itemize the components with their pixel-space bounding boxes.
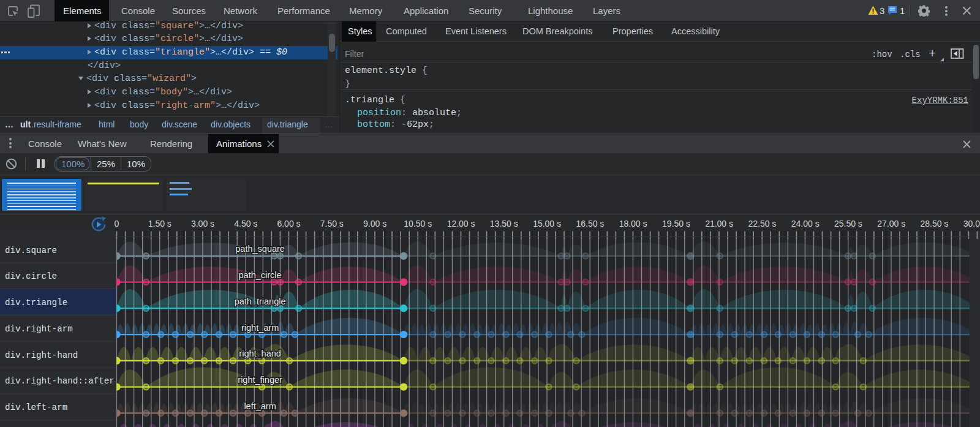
svg-text:27.00 s: 27.00 s (877, 219, 905, 229)
svg-text:path_circle: path_circle (239, 270, 282, 280)
svg-text:div.square: div.square (5, 246, 57, 255)
svg-text:right_finger: right_finger (238, 375, 282, 385)
svg-text:25.50 s: 25.50 s (834, 219, 862, 229)
svg-text:9.00 s: 9.00 s (363, 219, 386, 229)
svg-text:path_triangle: path_triangle (235, 297, 286, 306)
svg-text:1.50 s: 1.50 s (148, 219, 172, 229)
svg-text:10.50 s: 10.50 s (404, 219, 432, 229)
svg-text:12.00 s: 12.00 s (447, 219, 475, 229)
svg-text:22.50 s: 22.50 s (748, 219, 776, 229)
svg-text:path_square: path_square (235, 244, 285, 254)
svg-text:div.right-hand::after: div.right-hand::after (5, 376, 115, 386)
svg-text:16.50 s: 16.50 s (576, 219, 604, 229)
svg-text:left_arm: left_arm (244, 401, 276, 411)
svg-text:18.00 s: 18.00 s (619, 219, 647, 229)
svg-text:right_hand: right_hand (239, 349, 281, 358)
svg-text:21.00 s: 21.00 s (705, 219, 733, 229)
svg-text:30.00 s: 30.00 s (963, 219, 980, 229)
svg-text:div.circle: div.circle (5, 271, 57, 281)
svg-text:13.50 s: 13.50 s (490, 219, 518, 229)
svg-text:19.50 s: 19.50 s (662, 219, 690, 229)
svg-text:6.00 s: 6.00 s (277, 219, 300, 229)
svg-text:div.triangle: div.triangle (5, 298, 67, 308)
svg-text:3.00 s: 3.00 s (191, 219, 214, 229)
svg-text:div.left-arm: div.left-arm (5, 402, 67, 412)
svg-text:15.00 s: 15.00 s (533, 219, 561, 229)
svg-text:24.00 s: 24.00 s (791, 219, 820, 229)
svg-text:28.50 s: 28.50 s (920, 219, 948, 229)
svg-text:7.50 s: 7.50 s (320, 219, 344, 229)
svg-text:4.50 s: 4.50 s (234, 219, 257, 229)
svg-text:0: 0 (115, 219, 119, 229)
svg-text:div.right-hand: div.right-hand (5, 350, 78, 360)
svg-text:div.right-arm: div.right-arm (5, 324, 73, 334)
svg-text:right_arm: right_arm (241, 323, 279, 333)
